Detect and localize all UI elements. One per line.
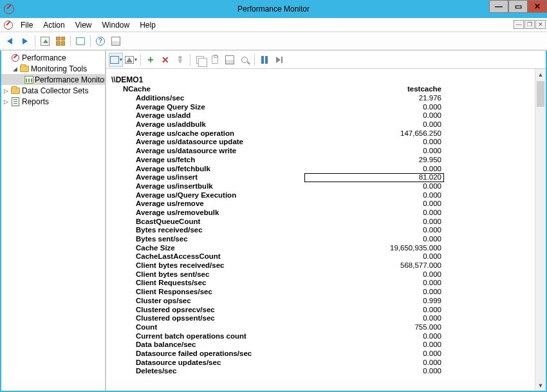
tree-node-reports[interactable]: ▷ Reports: [1, 96, 105, 107]
view-icon: [110, 56, 119, 64]
counter-row[interactable]: BcastQueueCount0.000: [111, 218, 535, 227]
expand-icon[interactable]: ▷: [4, 88, 10, 94]
close-button[interactable]: ✕: [528, 0, 547, 13]
counter-value: 0.999: [304, 297, 444, 306]
copy-button[interactable]: [193, 53, 207, 67]
counter-row[interactable]: Client bytes received/sec568,577.000: [111, 261, 535, 270]
mdi-restore-button[interactable]: ❐: [524, 20, 535, 29]
plus-icon: +: [147, 55, 153, 65]
counter-row[interactable]: Average us/insert81.020: [111, 173, 535, 182]
counter-row[interactable]: Data balance/sec0.000: [111, 341, 535, 350]
counter-value: 0.000: [304, 209, 444, 218]
counter-row[interactable]: Bytes sent/sec0.000: [111, 235, 535, 244]
counter-row[interactable]: Average us/addbulk0.000: [111, 120, 535, 129]
navigation-tree[interactable]: Performance ◢ Monitoring Tools Performan…: [1, 51, 106, 391]
scroll-thumb[interactable]: [537, 81, 544, 107]
counter-name: Additions/sec: [111, 94, 304, 103]
freeze-button[interactable]: [257, 53, 272, 67]
counter-row[interactable]: Bytes received/sec0.000: [111, 226, 535, 235]
counter-row[interactable]: Average us/Query Execution0.000: [111, 191, 535, 200]
counter-row[interactable]: Clustered opssent/sec0.000: [111, 314, 535, 323]
maximize-button[interactable]: ▭: [508, 0, 528, 13]
counter-row[interactable]: Average us/cache operation147,656.250: [111, 129, 535, 138]
menu-view[interactable]: View: [70, 19, 97, 31]
tree-node-performance-monitor[interactable]: Performance Monitor: [1, 74, 105, 85]
counter-row[interactable]: Datasource updates/sec0.000: [111, 359, 535, 368]
counter-name: CacheLastAccessCount: [111, 252, 304, 261]
counter-name: Deletes/sec: [111, 367, 304, 376]
counter-row[interactable]: Datasource failed operations/sec0.000: [111, 350, 535, 359]
counter-value: 0.000: [304, 252, 444, 261]
counter-value: 0.000: [304, 120, 444, 129]
properties-button[interactable]: [223, 53, 237, 67]
paste-button[interactable]: [208, 53, 222, 67]
counter-row[interactable]: Average us/datasource update0.000: [111, 138, 535, 147]
counter-row[interactable]: Average Query Size0.000: [111, 103, 535, 112]
counter-row[interactable]: Additions/sec21.976: [111, 94, 535, 103]
counter-value: 0.000: [304, 279, 444, 288]
counter-row[interactable]: Average us/remove0.000: [111, 200, 535, 209]
tree-node-performance[interactable]: Performance: [1, 52, 105, 63]
counter-row[interactable]: Client Responses/sec0.000: [111, 288, 535, 297]
show-hide-tree-button[interactable]: [38, 34, 52, 48]
tree-node-monitoring-tools[interactable]: ◢ Monitoring Tools: [1, 63, 105, 74]
counter-row[interactable]: Client Requests/sec0.000: [111, 279, 535, 288]
counter-row[interactable]: Average us/fetchbulk0.000: [111, 165, 535, 174]
counter-value: 0.000: [304, 270, 444, 279]
counter-row[interactable]: Deletes/sec0.000: [111, 367, 535, 376]
pause-icon: [261, 56, 268, 64]
menu-window[interactable]: Window: [97, 19, 135, 31]
app-icon: [4, 4, 14, 14]
mdi-close-button[interactable]: ✕: [535, 20, 546, 29]
counter-row[interactable]: Average us/removebulk0.000: [111, 209, 535, 218]
chart-icon: [24, 76, 33, 84]
report-icon: [12, 97, 19, 106]
expand-icon[interactable]: ▷: [4, 98, 10, 105]
counter-row[interactable]: Client bytes sent/sec0.000: [111, 270, 535, 279]
minimize-button[interactable]: —: [489, 0, 508, 13]
grid-view-button[interactable]: [53, 34, 68, 48]
counter-row[interactable]: Average us/add0.000: [111, 111, 535, 120]
counter-row[interactable]: Average us/fetch29.950: [111, 156, 535, 165]
counter-value: 0.000: [304, 182, 444, 191]
report-view[interactable]: \\DEMO1 NCache testcache Additions/sec21…: [106, 69, 535, 391]
counter-name: Average us/removebulk: [111, 209, 304, 218]
delete-counter-button[interactable]: ✕: [158, 53, 172, 67]
menu-file[interactable]: File: [15, 19, 38, 31]
counter-row[interactable]: Current batch operations count0.000: [111, 332, 535, 341]
counter-row[interactable]: Average us/datasource write0.000: [111, 147, 535, 156]
change-graph-button[interactable]: ▾: [124, 53, 138, 67]
update-button[interactable]: [272, 53, 286, 67]
tree-node-data-collector-sets[interactable]: ▷ Data Collector Sets: [1, 85, 105, 96]
scroll-up-button[interactable]: ▲: [535, 69, 546, 80]
export-button[interactable]: [73, 34, 88, 48]
highlight-button[interactable]: ✎: [173, 53, 187, 67]
counter-row[interactable]: Clustered opsrecv/sec0.000: [111, 306, 535, 315]
properties-button[interactable]: [109, 34, 123, 48]
counter-row[interactable]: Average us/insertbulk0.000: [111, 182, 535, 191]
copy-icon: [196, 56, 204, 64]
counter-row[interactable]: Cluster ops/sec0.999: [111, 297, 535, 306]
forward-button[interactable]: [18, 34, 32, 48]
menu-action[interactable]: Action: [38, 19, 70, 31]
vertical-scrollbar[interactable]: ▲ ▼: [535, 69, 546, 391]
counter-name: Cache Size: [111, 244, 304, 253]
scroll-down-button[interactable]: ▼: [535, 380, 546, 391]
counter-name: Client bytes sent/sec: [111, 270, 304, 279]
counter-value: 0.000: [304, 103, 444, 112]
scroll-track[interactable]: [535, 80, 546, 380]
zoom-button[interactable]: [237, 53, 252, 67]
collapse-icon[interactable]: ◢: [13, 66, 19, 72]
mdi-minimize-button[interactable]: —: [514, 20, 524, 29]
counter-value: 0.000: [304, 235, 444, 244]
chart-type-icon: [125, 56, 134, 64]
view-current-button[interactable]: ▾: [109, 53, 123, 67]
counter-row[interactable]: Cache Size19,650,935.000: [111, 244, 535, 253]
help-button[interactable]: ?: [93, 34, 107, 48]
add-counter-button[interactable]: +: [144, 53, 158, 67]
counter-row[interactable]: CacheLastAccessCount0.000: [111, 252, 535, 261]
counter-row[interactable]: Count755.000: [111, 323, 535, 332]
back-button[interactable]: [3, 34, 17, 48]
menu-help[interactable]: Help: [134, 19, 161, 31]
arrow-right-icon: [23, 38, 28, 44]
